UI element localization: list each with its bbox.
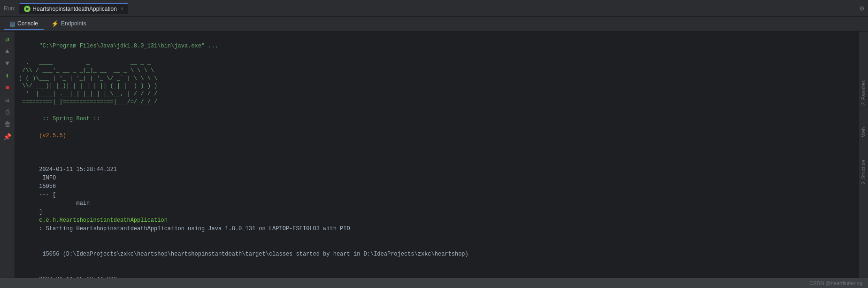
spring-banner-line-4: \\/ ___)| |_)| | | | | || (_| | ) ) ) ) — [19, 82, 855, 90]
spring-banner-line-6: =========|_|===============|___/=/_/_/_/ — [19, 98, 855, 106]
cmd-line: "C:\Program Files\Java\jdk1.8.0_131\bin\… — [19, 33, 855, 59]
endpoints-tab-label: Endpoints — [61, 20, 86, 27]
settings-icon[interactable]: ⚙ — [860, 4, 864, 13]
print-button[interactable]: ⎙ — [2, 107, 13, 118]
pin-button[interactable]: 📌 — [2, 131, 13, 142]
scroll-up-button[interactable]: ▲ — [2, 46, 13, 57]
empty-line — [19, 148, 855, 157]
console-output: "C:\Program Files\Java\jdk1.8.0_131\bin\… — [15, 31, 859, 278]
log-line-1: 2024-01-11 15:28:44.321 INFO 15056 --- [… — [19, 157, 855, 241]
scroll-down-button[interactable]: ▼ — [2, 58, 13, 69]
right-sidebar: 2. Favorites Web 2. Structure — [859, 31, 868, 278]
run-tab-icon — [24, 6, 31, 12]
clear-button[interactable]: 🗑 — [2, 119, 13, 130]
tab-close-button[interactable]: × — [121, 6, 123, 11]
web-tab[interactable]: Web — [860, 125, 867, 139]
spring-banner-line-3: ( ( )\___ | '_ | '_| | '_ \/ _` | \ \ \ … — [19, 75, 855, 83]
spring-boot-label-line: :: Spring Boot :: (v2.5.5) — [19, 106, 855, 148]
stop-button[interactable]: ■ — [2, 82, 13, 93]
main-area: ↺ ▲ ▼ ⬆ ■ ⊟ ⎙ 🗑 📌 "C:\Program Files\Java… — [0, 31, 868, 278]
status-text: CSDN @heartfluttering — [809, 280, 862, 286]
structure-tab[interactable]: 2. Structure — [860, 158, 867, 186]
title-bar-left: Run: HeartshopinstantdeathApplication × — [4, 3, 860, 14]
tabs-bar: ▤ Console ⚡ Endpoints — [0, 17, 868, 31]
run-tab[interactable]: HeartshopinstantdeathApplication × — [19, 3, 128, 14]
spring-banner-line-5: ' |____| .__|_| |_|_| |_\__, | / / / / — [19, 90, 855, 98]
run-label: Run: — [4, 5, 15, 12]
rerun-button[interactable]: ↺ — [2, 33, 13, 45]
console-icon: ▤ — [9, 20, 15, 27]
left-sidebar: ↺ ▲ ▼ ⬆ ■ ⊟ ⎙ 🗑 📌 — [0, 31, 15, 278]
console-tab-label: Console — [17, 20, 38, 27]
log-line-1-cont: 15056 (D:\IdeaProjects\zxkc\heartshop\he… — [19, 241, 855, 267]
spring-banner-line-1: . ____ _ __ _ _ — [19, 59, 855, 67]
console-tab[interactable]: ▤ Console — [4, 18, 44, 30]
log-line-2: 2024-01-11 15:28:44.323 INFO 15056 --- [… — [19, 267, 855, 278]
status-bar: CSDN @heartfluttering — [0, 278, 868, 288]
toolbar: ▤ Console ⚡ Endpoints — [0, 17, 868, 31]
title-bar: Run: HeartshopinstantdeathApplication × … — [0, 0, 868, 17]
endpoints-tab[interactable]: ⚡ Endpoints — [46, 18, 92, 30]
import-button[interactable]: ⬆ — [2, 70, 13, 81]
spring-banner-line-2: /\\ / ___'_ __ _ _(_)_ __ __ _ \ \ \ \ — [19, 67, 855, 75]
favorites-tab[interactable]: 2. Favorites — [860, 78, 867, 107]
endpoints-icon: ⚡ — [51, 20, 59, 27]
run-tab-label: HeartshopinstantdeathApplication — [32, 6, 116, 12]
layout-button[interactable]: ⊟ — [2, 94, 13, 106]
